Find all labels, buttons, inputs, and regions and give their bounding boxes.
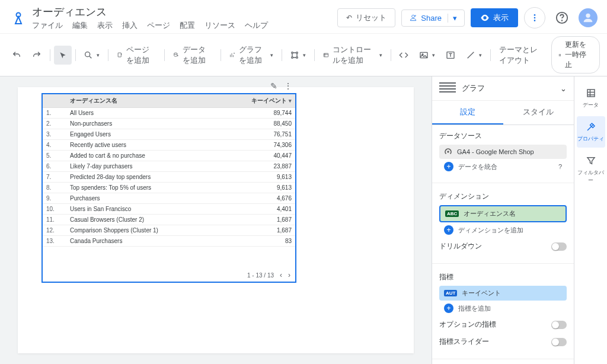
more-icon[interactable]: ⋮ [281,80,295,92]
svg-point-11 [292,52,293,53]
col-value[interactable]: キーイベント ▾ [219,94,295,108]
pager-text: 1 - 13 / 13 [247,272,274,279]
menu-help[interactable]: ヘルプ [245,20,268,31]
svg-rect-9 [118,53,121,57]
dimension-label: ディメンション [439,191,567,202]
menu-resource[interactable]: リソース [205,20,235,31]
redo-button[interactable] [27,46,46,65]
svg-point-8 [85,52,90,56]
add-chart-button[interactable]: グラフを追加▾ [225,46,278,65]
share-button[interactable]: Share▾ [401,9,465,27]
table-row[interactable]: 13.Canada Purchasers83 [43,236,295,247]
svg-point-4 [534,20,536,21]
add-page-button[interactable]: ページを追加 [112,46,161,65]
table-row[interactable]: 6.Likely 7-day purchasers23,887 [43,161,295,172]
next-page-button[interactable]: › [288,271,290,279]
text-button[interactable] [441,46,460,65]
page-title[interactable]: オーディエンス [32,5,333,19]
svg-rect-15 [324,53,328,57]
table-row[interactable]: 2.Non-purchasers88,450 [43,119,295,129]
image-button[interactable]: ▾ [414,46,440,65]
svg-point-7 [586,14,590,18]
more-button[interactable] [524,7,545,28]
table-row[interactable]: 8.Top spenders: Top 5% of users9,613 [43,183,295,193]
data-source-chip[interactable]: GA4 - Google Merch Shop [439,145,567,159]
table-row[interactable]: 9.Purchasers4,676 [43,193,295,204]
menu-page[interactable]: ページ [147,20,170,31]
svg-point-13 [292,56,293,58]
edit-icon[interactable]: ✎ [267,80,281,92]
table-row[interactable]: 7.Predicted 28-day top spenders9,613 [43,172,295,183]
svg-point-12 [296,52,298,53]
dimension-chip[interactable]: ABCオーディエンス名 [439,205,567,222]
avatar[interactable] [579,8,598,27]
prev-page-button[interactable]: ‹ [280,271,282,279]
metric-sliders-toggle[interactable] [551,338,567,346]
menu-edit[interactable]: 編集 [72,20,88,31]
svg-point-6 [562,20,563,21]
table-row[interactable]: 5.Added to cart & no purchase40,447 [43,151,295,161]
table-row[interactable]: 4.Recently active users74,306 [43,140,295,151]
rail-properties[interactable]: プロパティ [577,116,605,148]
svg-point-19 [447,151,449,153]
rail-data[interactable]: データ [577,82,605,114]
svg-point-14 [296,56,298,58]
menu-bar: ファイル 編集 表示 挿入 ページ 配置 リソース ヘルプ [32,20,333,31]
zoom-tool[interactable]: ▾ [79,46,104,65]
properties-panel: グラフ ⌄ 設定 スタイル データソース GA4 - Google Merch … [432,76,574,364]
col-index[interactable] [43,94,66,108]
menu-view[interactable]: 表示 [97,20,113,31]
embed-button[interactable] [394,46,413,65]
right-rail: データ プロパティ フィルタバー [574,76,607,364]
select-tool[interactable] [54,46,72,65]
svg-point-10 [174,53,177,55]
table-row[interactable]: 11.Casual Browsers (Cluster 2)1,687 [43,215,295,225]
metric-sliders-label: 指標スライダー [439,337,489,347]
optional-metrics-toggle[interactable] [551,321,567,329]
help-button[interactable] [551,7,573,28]
line-button[interactable]: ▾ [461,46,487,65]
view-button[interactable]: 表示 [471,8,518,27]
canvas[interactable]: ✎ ⋮ オーディエンス名 キーイベント ▾ 1.All Users89,7442… [0,76,432,364]
theme-layout-button[interactable]: テーマとレイアウト [494,46,550,65]
chart-label: グラフ [462,83,554,94]
data-source-label: データソース [439,131,567,141]
table-chart[interactable]: ✎ ⋮ オーディエンス名 キーイベント ▾ 1.All Users89,7442… [41,93,296,283]
table-row[interactable]: 3.Engaged Users76,751 [43,129,295,140]
reset-button[interactable]: ↶リセット [337,8,395,27]
add-dimension-button[interactable]: +ディメンションを追加 [439,222,567,238]
report-page[interactable]: ✎ ⋮ オーディエンス名 キーイベント ▾ 1.All Users89,7442… [18,87,414,353]
drilldown-label: ドリルダウン [439,241,482,251]
tab-style[interactable]: スタイル [503,101,574,124]
pause-updates-button[interactable]: 更新を一時停止 [551,36,600,74]
rail-filter-bar[interactable]: フィルタバー [577,150,605,189]
table-row[interactable]: 1.All Users89,744 [43,108,295,119]
header: オーディエンス ファイル 編集 表示 挿入 ページ 配置 リソース ヘルプ ↶リ… [0,0,607,33]
menu-arrange[interactable]: 配置 [180,20,195,31]
col-name[interactable]: オーディエンス名 [66,94,219,108]
tab-setup[interactable]: 設定 [432,101,503,124]
pager: 1 - 13 / 13 ‹ › [247,271,290,279]
optional-metrics-label: オプションの指標 [439,320,496,330]
add-metric-button[interactable]: +指標を追加 [439,301,567,316]
chart-type-icon[interactable] [439,82,456,94]
table-row[interactable]: 12.Comparison Shoppers (Cluster 1)1,687 [43,225,295,236]
toolbar: ▾ ページを追加 データを追加 グラフを追加▾ ▾ コントロールを追加▾ ▾ ▾… [0,33,607,76]
metric-label: 指標 [439,272,567,282]
svg-rect-20 [587,90,595,97]
data-table: オーディエンス名 キーイベント ▾ 1.All Users89,7442.Non… [43,94,295,247]
chevron-down-icon[interactable]: ⌄ [560,84,567,93]
logo-icon [9,9,27,27]
menu-file[interactable]: ファイル [32,20,63,31]
table-row[interactable]: 10.Users in San Francisco4,401 [43,204,295,215]
add-control-button[interactable]: コントロールを追加▾ [318,46,387,65]
svg-point-3 [534,17,536,19]
drilldown-toggle[interactable] [551,242,567,251]
undo-button[interactable] [7,46,26,65]
blend-data-button[interactable]: +データを統合? [439,159,567,174]
add-data-button[interactable]: データを追加 [168,46,217,65]
metric-chip[interactable]: AUTキーイベント [439,286,567,301]
svg-point-2 [534,14,536,16]
menu-insert[interactable]: 挿入 [122,20,138,31]
community-button[interactable]: ▾ [285,46,311,65]
